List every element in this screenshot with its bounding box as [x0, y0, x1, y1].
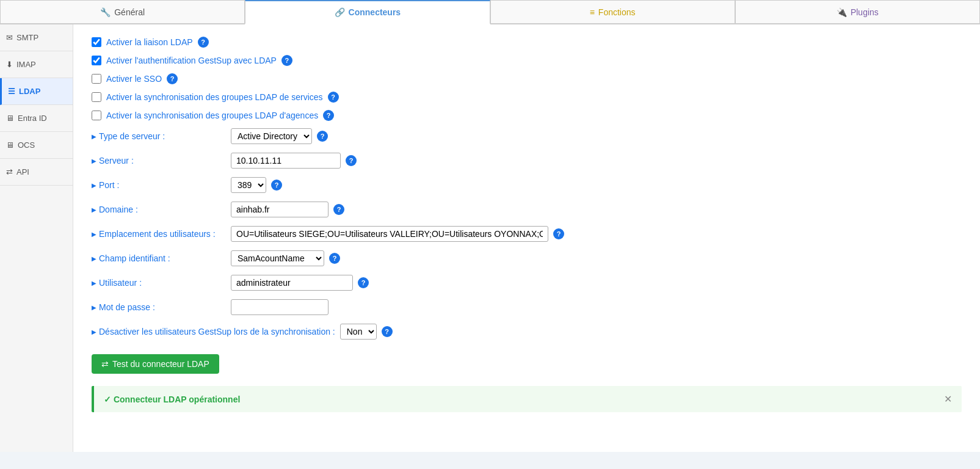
sidebar-item-api[interactable]: ⇄ API: [0, 159, 73, 186]
help-icon-2[interactable]: ?: [281, 55, 292, 66]
alert-message: ✓ Connecteur LDAP opérationnel: [104, 394, 240, 404]
password-input[interactable]: [231, 299, 328, 315]
champ-identifiant-row: Champ identifiant : SamAcountName userPr…: [92, 250, 962, 266]
help-icon-port[interactable]: ?: [271, 180, 282, 191]
success-alert: ✓ Connecteur LDAP opérationnel ✕: [92, 386, 962, 412]
tab-general-label: Général: [114, 7, 145, 17]
sidebar-item-ocs[interactable]: 🖥 OCS: [0, 132, 73, 159]
tab-plugins-label: Plugins: [851, 7, 879, 17]
champ-identifiant-select[interactable]: SamAcountName userPrincipalName mail: [231, 250, 324, 266]
check-icon: ✓: [104, 394, 114, 404]
help-icon-desactiver[interactable]: ?: [382, 326, 393, 337]
tab-fonctions-label: Fonctions: [598, 7, 636, 17]
sidebar-smtp-label: SMTP: [16, 33, 38, 42]
wrench-icon: 🔧: [100, 7, 111, 17]
utilisateur-input[interactable]: [231, 275, 353, 291]
help-icon-4[interactable]: ?: [328, 92, 339, 103]
help-icon-5[interactable]: ?: [323, 110, 334, 121]
link-icon: 🔗: [335, 7, 345, 17]
alert-text: Connecteur LDAP opérationnel: [114, 394, 240, 404]
help-icon-champ[interactable]: ?: [329, 253, 340, 264]
checkbox-sync-services[interactable]: [92, 92, 101, 102]
api-icon: ⇄: [6, 167, 13, 176]
checkbox-row-3: Activer le SSO ?: [92, 73, 962, 84]
ocs-icon: 🖥: [6, 140, 14, 150]
help-icon-utilisateur[interactable]: ?: [358, 277, 369, 288]
top-tabs: 🔧 Général 🔗 Connecteurs ≡ Fonctions 🔌 Pl…: [0, 0, 980, 24]
tab-connecteurs[interactable]: 🔗 Connecteurs: [245, 0, 490, 24]
desactiver-row: Désactiver les utilisateurs GestSup lors…: [92, 324, 962, 340]
sidebar-api-label: API: [16, 167, 29, 176]
sidebar-item-smtp[interactable]: ✉ SMTP: [0, 24, 73, 51]
checkbox-row-2: Activer l'authentification GestSup avec …: [92, 55, 962, 66]
ldap-icon: ☰: [8, 87, 15, 96]
checkbox-sso-label[interactable]: Activer le SSO: [106, 74, 162, 84]
password-row: Mot de passe :: [92, 299, 962, 315]
content-area: Activer la liaison LDAP ? Activer l'auth…: [73, 24, 980, 452]
server-type-label: Type de serveur :: [92, 131, 226, 141]
test-button-label: Test du connecteur LDAP: [112, 359, 209, 369]
help-icon-user-location[interactable]: ?: [553, 228, 564, 239]
imap-icon: ⬇: [6, 60, 13, 69]
entraid-icon: 🖥: [6, 114, 14, 123]
server-type-select[interactable]: Active Directory OpenLDAP: [231, 128, 312, 144]
smtp-icon: ✉: [6, 33, 13, 42]
checkbox-row-4: Activer la synchronisation des groupes L…: [92, 92, 962, 103]
desactiver-label: Désactiver les utilisateurs GestSup lors…: [92, 327, 335, 336]
domain-row: Domaine : ?: [92, 202, 962, 217]
help-icon-domain[interactable]: ?: [333, 204, 344, 215]
checkbox-ldap-liaison-label[interactable]: Activer la liaison LDAP: [106, 37, 193, 47]
checkbox-sync-services-label[interactable]: Activer la synchronisation des groupes L…: [106, 92, 323, 102]
server-label: Serveur :: [92, 156, 226, 165]
server-row: Serveur : ?: [92, 153, 962, 169]
sidebar-imap-label: IMAP: [16, 60, 36, 69]
sidebar-ldap-label: LDAP: [19, 87, 40, 96]
checkbox-ldap-auth-label[interactable]: Activer l'authentification GestSup avec …: [106, 56, 277, 65]
port-label: Port :: [92, 180, 226, 190]
sidebar-item-imap[interactable]: ⬇ IMAP: [0, 51, 73, 78]
tab-general[interactable]: 🔧 Général: [0, 0, 245, 23]
main-layout: ✉ SMTP ⬇ IMAP ☰ LDAP 🖥 Entra ID 🖥 OCS ⇄ …: [0, 24, 980, 452]
server-type-row: Type de serveur : Active Directory OpenL…: [92, 128, 962, 144]
help-icon-1[interactable]: ?: [198, 37, 209, 48]
utilisateur-row: Utilisateur : ?: [92, 275, 962, 291]
sidebar-item-ldap[interactable]: ☰ LDAP: [0, 78, 73, 105]
sidebar-item-entraid[interactable]: 🖥 Entra ID: [0, 105, 73, 132]
port-row: Port : 389 636 ?: [92, 177, 962, 193]
sidebar: ✉ SMTP ⬇ IMAP ☰ LDAP 🖥 Entra ID 🖥 OCS ⇄ …: [0, 24, 73, 452]
tab-connecteurs-label: Connecteurs: [349, 7, 401, 17]
user-location-input[interactable]: [231, 226, 548, 242]
port-select[interactable]: 389 636: [231, 177, 266, 193]
tab-fonctions[interactable]: ≡ Fonctions: [490, 0, 735, 23]
checkbox-ldap-liaison[interactable]: [92, 37, 101, 47]
refresh-icon: ⇄: [101, 359, 109, 369]
test-ldap-button[interactable]: ⇄ Test du connecteur LDAP: [92, 354, 219, 374]
user-location-label: Emplacement des utilisateurs :: [92, 229, 226, 239]
help-icon-server[interactable]: ?: [346, 155, 357, 166]
tab-plugins[interactable]: 🔌 Plugins: [735, 0, 980, 23]
champ-identifiant-label: Champ identifiant :: [92, 253, 226, 263]
sidebar-entraid-label: Entra ID: [18, 114, 47, 123]
checkbox-row-1: Activer la liaison LDAP ?: [92, 37, 962, 48]
checkbox-sso[interactable]: [92, 74, 101, 84]
checkbox-sync-agences[interactable]: [92, 111, 101, 120]
server-input[interactable]: [231, 153, 341, 169]
utilisateur-label: Utilisateur :: [92, 278, 226, 288]
sidebar-ocs-label: OCS: [18, 140, 35, 150]
alert-close-button[interactable]: ✕: [944, 393, 952, 405]
domain-label: Domaine :: [92, 205, 226, 214]
checkbox-row-5: Activer la synchronisation des groupes L…: [92, 110, 962, 121]
domain-input[interactable]: [231, 202, 328, 217]
help-icon-3[interactable]: ?: [167, 73, 178, 84]
checkbox-sync-agences-label[interactable]: Activer la synchronisation des groupes L…: [106, 111, 318, 120]
help-icon-server-type[interactable]: ?: [317, 131, 328, 142]
functions-icon: ≡: [590, 7, 595, 17]
user-location-row: Emplacement des utilisateurs : ?: [92, 226, 962, 242]
plugin-icon: 🔌: [837, 7, 847, 17]
desactiver-select[interactable]: Non Oui: [340, 324, 377, 340]
password-label: Mot de passe :: [92, 302, 226, 312]
checkbox-ldap-auth[interactable]: [92, 56, 101, 65]
